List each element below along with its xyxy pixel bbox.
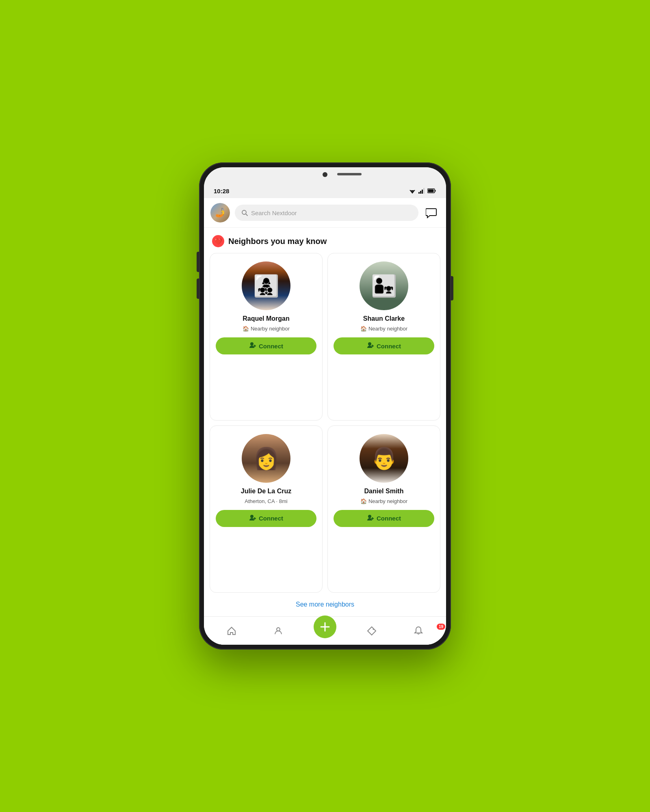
connect-icon-raquel: [249, 341, 256, 350]
bell-nav-icon: [414, 626, 423, 636]
neighbor-location-text-raquel: Nearby neighbor: [251, 326, 290, 332]
volume-up-button: [197, 252, 199, 272]
svg-rect-4: [420, 191, 421, 194]
user-avatar[interactable]: 🤳: [210, 203, 230, 222]
connect-button-daniel[interactable]: Connect: [334, 510, 434, 527]
see-more-link[interactable]: See more neighbors: [296, 601, 354, 608]
connect-button-shaun[interactable]: Connect: [334, 337, 434, 354]
person-nav-icon: [273, 626, 283, 636]
post-button[interactable]: [314, 615, 336, 638]
neighbor-location-shaun: 🏠 Nearby neighbor: [360, 326, 407, 332]
svg-point-12: [250, 342, 254, 346]
svg-rect-8: [435, 190, 436, 192]
connect-button-raquel[interactable]: Connect: [216, 337, 316, 354]
battery-icon: [427, 188, 436, 193]
nav-item-notifications[interactable]: 19: [395, 626, 442, 636]
svg-point-24: [277, 628, 280, 631]
home-icon-daniel: 🏠: [360, 498, 367, 504]
app-header: 🤳 Search Nextdoor: [204, 198, 446, 228]
neighbor-photo-julie: [242, 434, 290, 483]
nav-item-profile[interactable]: [255, 626, 301, 636]
wifi-icon: [409, 188, 416, 194]
neighbor-name-raquel: Raquel Morgan: [243, 315, 290, 322]
section-title: Neighbors you may know: [228, 237, 327, 246]
speaker: [337, 173, 362, 175]
neighbor-location-text-shaun: Nearby neighbor: [368, 326, 407, 332]
tag-nav-icon: [367, 626, 377, 636]
neighbors-grid: Raquel Morgan 🏠 Nearby neighbor: [204, 253, 446, 593]
connect-label-shaun: Connect: [377, 343, 401, 350]
neighbor-location-text-julie: Atherton, CA · 8mi: [245, 498, 288, 504]
neighbor-name-julie: Julie De La Cruz: [241, 488, 291, 495]
power-button: [451, 276, 453, 300]
message-bubble-icon: [426, 207, 437, 218]
svg-point-21: [368, 515, 371, 518]
status-bar: 10:28: [204, 184, 446, 198]
svg-line-11: [246, 214, 247, 216]
home-icon-raquel: 🏠: [243, 326, 249, 332]
phone-frame: 10:28: [199, 162, 451, 650]
nav-item-deals[interactable]: [349, 626, 395, 636]
nav-item-post[interactable]: [301, 624, 348, 638]
status-icons: [409, 188, 436, 194]
signal-icon: [418, 188, 425, 194]
connect-button-julie[interactable]: Connect: [216, 510, 316, 527]
search-bar[interactable]: Search Nextdoor: [235, 205, 418, 221]
nav-item-home[interactable]: [208, 626, 255, 636]
home-nav-icon: [227, 626, 236, 636]
volume-down-button: [197, 279, 199, 299]
avatar-image: 🤳: [210, 203, 230, 222]
bottom-navigation: 19: [204, 616, 446, 645]
status-time: 10:28: [214, 188, 229, 194]
notification-badge: 19: [437, 624, 445, 630]
neighbor-card-shaun: Shaun Clarke 🏠 Nearby neighbor: [327, 253, 440, 421]
camera: [323, 172, 327, 177]
phone-screen: 10:28: [204, 167, 446, 645]
connect-label-raquel: Connect: [259, 343, 283, 350]
connect-icon-julie: [249, 514, 256, 523]
neighbor-name-daniel: Daniel Smith: [364, 488, 404, 495]
plus-icon: [319, 621, 331, 633]
connect-icon-shaun: [367, 341, 374, 350]
messages-button[interactable]: [423, 205, 440, 221]
neighbor-photo-raquel: [242, 261, 290, 310]
connect-label-julie: Connect: [259, 515, 283, 522]
neighbor-location-raquel: 🏠 Nearby neighbor: [243, 326, 290, 332]
see-more-section: See more neighbors: [204, 593, 446, 616]
neighbor-location-daniel: 🏠 Nearby neighbor: [360, 498, 407, 504]
svg-point-27: [373, 628, 374, 630]
neighbor-photo-daniel: [360, 434, 408, 483]
heart-icon: ❤️: [212, 235, 224, 247]
neighbor-location-julie: Atherton, CA · 8mi: [245, 498, 288, 504]
search-placeholder-text: Search Nextdoor: [251, 209, 297, 216]
svg-point-18: [250, 515, 254, 518]
neighbor-name-shaun: Shaun Clarke: [363, 315, 405, 322]
phone-top-bar: [204, 167, 446, 184]
connect-icon-daniel: [367, 514, 374, 523]
svg-rect-5: [422, 190, 423, 194]
svg-rect-3: [418, 192, 420, 194]
neighbor-card-daniel: Daniel Smith 🏠 Nearby neighbor: [327, 425, 440, 593]
connect-label-daniel: Connect: [377, 515, 401, 522]
svg-rect-6: [423, 188, 425, 194]
phone-content: 🤳 Search Nextdoor ❤️ Ne: [204, 198, 446, 645]
search-icon: [241, 209, 248, 216]
neighbor-photo-shaun: [360, 261, 408, 310]
svg-point-15: [368, 342, 371, 346]
neighbor-location-text-daniel: Nearby neighbor: [368, 498, 407, 504]
neighbor-card-julie: Julie De La Cruz Atherton, CA · 8mi: [210, 425, 323, 593]
home-icon-shaun: 🏠: [360, 326, 367, 332]
neighbor-card-raquel: Raquel Morgan 🏠 Nearby neighbor: [210, 253, 323, 421]
section-header: ❤️ Neighbors you may know: [204, 228, 446, 253]
svg-rect-9: [428, 190, 434, 192]
